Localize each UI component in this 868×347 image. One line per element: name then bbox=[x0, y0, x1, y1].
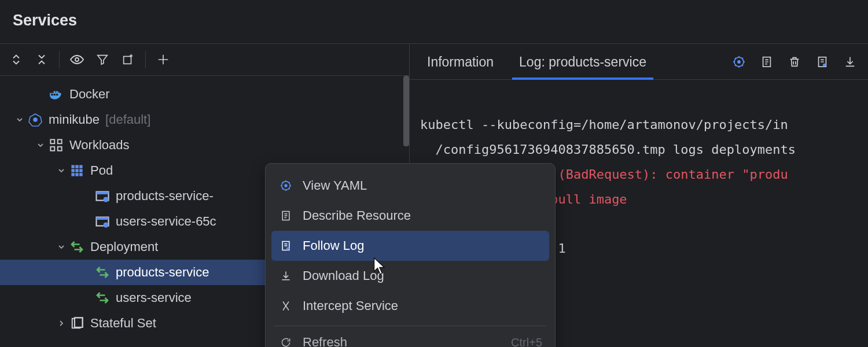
pod-icon bbox=[95, 214, 110, 229]
svg-rect-11 bbox=[71, 169, 75, 172]
tree-label: products-service- bbox=[116, 189, 214, 204]
svg-point-0 bbox=[75, 58, 79, 61]
trash-icon[interactable] bbox=[787, 54, 802, 69]
svg-rect-13 bbox=[79, 169, 83, 172]
workloads-icon bbox=[49, 138, 64, 153]
tab-information[interactable]: Information bbox=[414, 44, 506, 79]
log-line: kubectl --kubeconfig=/home/artamonov/pro… bbox=[420, 117, 788, 132]
toolbar-divider bbox=[59, 51, 60, 68]
follow-log-icon bbox=[278, 238, 293, 253]
panel-header: Services bbox=[0, 0, 868, 44]
deployment-icon bbox=[95, 290, 110, 305]
svg-point-3 bbox=[34, 118, 37, 121]
download-icon[interactable] bbox=[843, 54, 858, 69]
tree-label: users-service bbox=[116, 290, 192, 305]
describe-resource-icon[interactable] bbox=[759, 54, 774, 69]
tabs-bar: Information Log: products-service bbox=[410, 44, 868, 80]
filter-icon[interactable] bbox=[94, 51, 111, 68]
svg-point-22 bbox=[104, 223, 109, 228]
menu-download-log[interactable]: Download Log bbox=[271, 261, 549, 291]
menu-follow-log[interactable]: Follow Log bbox=[271, 231, 549, 261]
svg-rect-15 bbox=[75, 173, 79, 176]
chevron-down-icon[interactable] bbox=[56, 165, 67, 176]
toolbar-divider bbox=[145, 51, 146, 68]
menu-refresh[interactable]: Refresh Ctrl+5 bbox=[271, 331, 549, 347]
log-line: /config9561736940837885650.tmp logs depl… bbox=[420, 142, 796, 157]
refresh-icon bbox=[278, 335, 293, 347]
tree-label: Workloads bbox=[69, 138, 130, 153]
chevron-right-icon[interactable] bbox=[56, 318, 67, 329]
collapse-all-icon[interactable] bbox=[34, 51, 50, 68]
menu-label: Follow Log bbox=[303, 238, 364, 253]
svg-rect-16 bbox=[79, 173, 83, 176]
view-yaml-icon bbox=[278, 178, 293, 193]
svg-point-32 bbox=[285, 184, 287, 187]
tree-label: minikube bbox=[49, 112, 100, 127]
tab-actions bbox=[731, 54, 863, 69]
tree-item-minikube[interactable]: minikube [default] bbox=[0, 107, 409, 132]
svg-rect-5 bbox=[58, 139, 62, 143]
menu-divider bbox=[274, 326, 547, 326]
docker-icon bbox=[49, 87, 64, 102]
svg-point-35 bbox=[286, 248, 289, 250]
menu-label: Download Log bbox=[303, 268, 384, 283]
intercept-icon bbox=[278, 298, 293, 313]
new-window-icon[interactable] bbox=[120, 51, 136, 68]
deployment-icon bbox=[95, 265, 110, 280]
statefulset-icon bbox=[69, 316, 84, 331]
add-icon[interactable] bbox=[155, 51, 171, 68]
tree-label: Docker bbox=[69, 87, 110, 102]
tree-item-docker[interactable]: Docker bbox=[0, 82, 409, 107]
menu-label: Describe Resource bbox=[303, 208, 411, 223]
tree-label: Deployment bbox=[90, 239, 158, 254]
menu-describe-resource[interactable]: Describe Resource bbox=[271, 201, 549, 231]
menu-view-yaml[interactable]: View YAML bbox=[271, 171, 549, 201]
toolbar bbox=[0, 44, 409, 76]
svg-rect-4 bbox=[50, 139, 54, 143]
svg-point-27 bbox=[738, 61, 740, 63]
tree-label: users-service-65c bbox=[116, 214, 216, 229]
svg-rect-8 bbox=[71, 165, 75, 168]
tree-item-workloads[interactable]: Workloads bbox=[0, 132, 409, 158]
menu-label: Refresh bbox=[303, 335, 347, 347]
kubernetes-icon bbox=[28, 112, 43, 127]
view-yaml-icon[interactable] bbox=[731, 54, 746, 69]
tree-label: products-service bbox=[116, 265, 209, 280]
tree-label: Stateful Set bbox=[90, 316, 156, 331]
menu-intercept-service[interactable]: Intercept Service bbox=[271, 291, 549, 321]
download-icon bbox=[278, 268, 293, 283]
pod-icon bbox=[95, 189, 110, 204]
expand-all-icon[interactable] bbox=[8, 51, 24, 68]
tree-label: Pod bbox=[90, 163, 113, 178]
svg-rect-12 bbox=[75, 169, 79, 172]
svg-rect-9 bbox=[75, 165, 79, 168]
context-menu: View YAML Describe Resource Follow Log D… bbox=[265, 163, 556, 347]
svg-rect-24 bbox=[75, 318, 83, 327]
describe-icon bbox=[278, 208, 293, 223]
menu-shortcut: Ctrl+5 bbox=[511, 336, 542, 348]
svg-rect-18 bbox=[97, 192, 109, 195]
svg-rect-1 bbox=[124, 57, 131, 64]
svg-rect-21 bbox=[97, 217, 109, 220]
svg-rect-6 bbox=[50, 147, 54, 151]
follow-log-icon[interactable] bbox=[815, 54, 830, 69]
svg-rect-7 bbox=[58, 147, 62, 151]
chevron-down-icon[interactable] bbox=[14, 114, 25, 125]
menu-label: View YAML bbox=[303, 178, 367, 193]
panel-title: Services bbox=[13, 12, 855, 29]
svg-rect-14 bbox=[71, 173, 75, 176]
scrollbar-thumb[interactable] bbox=[403, 76, 409, 146]
deployment-group-icon bbox=[69, 239, 84, 254]
svg-rect-10 bbox=[79, 165, 83, 168]
visibility-icon[interactable] bbox=[69, 51, 85, 68]
svg-point-19 bbox=[104, 197, 109, 202]
chevron-down-icon[interactable] bbox=[35, 139, 46, 151]
tree-suffix: [default] bbox=[105, 112, 150, 127]
tab-log[interactable]: Log: products-service bbox=[506, 44, 659, 79]
menu-label: Intercept Service bbox=[303, 298, 398, 313]
chevron-down-icon[interactable] bbox=[56, 241, 67, 253]
pod-group-icon bbox=[69, 163, 84, 178]
svg-point-30 bbox=[823, 63, 826, 67]
